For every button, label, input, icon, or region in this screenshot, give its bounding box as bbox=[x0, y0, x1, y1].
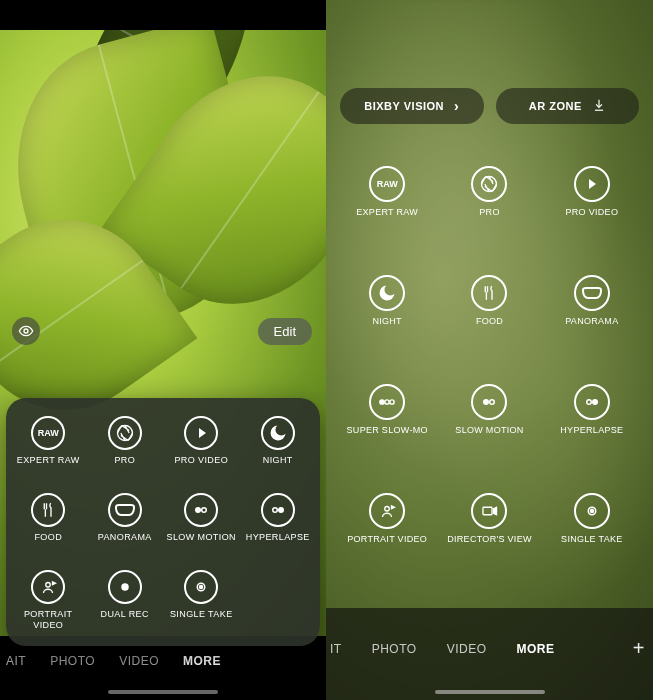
ar-zone-button[interactable]: AR ZONE bbox=[496, 88, 640, 124]
mode-night[interactable]: NIGHT bbox=[336, 269, 438, 348]
portraitvid-icon bbox=[369, 493, 405, 529]
svg-point-10 bbox=[200, 586, 203, 589]
moon-icon bbox=[369, 275, 405, 311]
svg-point-13 bbox=[385, 400, 389, 404]
mode-super-slow-mo[interactable]: SUPER SLOW-MO bbox=[336, 378, 438, 457]
mode-label: HYPERLAPSE bbox=[560, 425, 623, 445]
svg-point-16 bbox=[490, 400, 495, 405]
mode-label: PORTRAIT VIDEO bbox=[347, 534, 427, 554]
mode-expert-raw[interactable]: RAWEXPERT RAW bbox=[336, 160, 438, 239]
tab-more[interactable]: MORE bbox=[183, 654, 221, 668]
tab-portrait[interactable]: AIT bbox=[6, 654, 26, 668]
svg-point-4 bbox=[273, 508, 278, 513]
svg-marker-22 bbox=[494, 507, 497, 515]
home-indicator[interactable] bbox=[435, 690, 545, 694]
home-indicator[interactable] bbox=[108, 690, 218, 694]
tab-portrait[interactable]: IT bbox=[330, 642, 342, 656]
mode-label: NIGHT bbox=[372, 316, 402, 336]
mode-label: SLOW MOTION bbox=[455, 425, 523, 445]
mode-panorama[interactable]: PANORAMA bbox=[87, 487, 164, 564]
hyperlapse-icon bbox=[261, 493, 295, 527]
slowmo-icon bbox=[471, 384, 507, 420]
download-icon bbox=[592, 98, 606, 115]
add-mode-button[interactable]: + bbox=[633, 637, 645, 660]
panorama-icon bbox=[574, 275, 610, 311]
food-icon bbox=[471, 275, 507, 311]
mode-label: PRO bbox=[479, 207, 499, 227]
slowmo-icon bbox=[184, 493, 218, 527]
tab-video[interactable]: VIDEO bbox=[119, 654, 159, 668]
camera-screen-right: BIXBY VISION › AR ZONE RAWEXPERT RAWPROP… bbox=[326, 0, 653, 700]
mode-expert-raw[interactable]: RAWEXPERT RAW bbox=[10, 410, 87, 487]
mode-pro-video[interactable]: PRO VIDEO bbox=[541, 160, 643, 239]
RAW-icon: RAW bbox=[369, 166, 405, 202]
mode-label: SUPER SLOW-MO bbox=[347, 425, 428, 445]
tab-photo[interactable]: PHOTO bbox=[50, 654, 95, 668]
mode-director-s-view[interactable]: DIRECTOR'S VIEW bbox=[438, 487, 540, 566]
svg-point-14 bbox=[390, 400, 394, 404]
aperture-icon bbox=[471, 166, 507, 202]
mode-label: EXPERT RAW bbox=[17, 455, 80, 475]
mode-label: PANORAMA bbox=[565, 316, 618, 336]
svg-point-24 bbox=[590, 510, 593, 513]
visibility-toggle-button[interactable] bbox=[12, 317, 40, 345]
mode-portrait-video[interactable]: PORTRAIT VIDEO bbox=[336, 487, 438, 566]
mode-label: PRO VIDEO bbox=[174, 455, 228, 475]
hyperlapse-icon bbox=[574, 384, 610, 420]
ar-zone-label: AR ZONE bbox=[529, 100, 582, 112]
singletake-icon bbox=[184, 570, 218, 604]
mode-single-take[interactable]: SINGLE TAKE bbox=[541, 487, 643, 566]
mode-pro[interactable]: PRO bbox=[87, 410, 164, 487]
bixby-vision-label: BIXBY VISION bbox=[364, 100, 444, 112]
mode-pro[interactable]: PRO bbox=[438, 160, 540, 239]
mode-label: FOOD bbox=[34, 532, 62, 552]
svg-point-2 bbox=[196, 508, 201, 513]
mode-single-take[interactable]: SINGLE TAKE bbox=[163, 564, 240, 642]
svg-point-18 bbox=[593, 400, 598, 405]
mode-slow-motion[interactable]: SLOW MOTION bbox=[438, 378, 540, 457]
play-icon bbox=[184, 416, 218, 450]
camera-screen-left: Edit RAWEXPERT RAWPROPRO VIDEONIGHTFOODP… bbox=[0, 0, 326, 700]
mode-tab-bar: IT PHOTO VIDEO MORE + bbox=[326, 637, 653, 660]
mode-label: SLOW MOTION bbox=[167, 532, 236, 552]
svg-point-5 bbox=[279, 508, 284, 513]
mode-dual-rec[interactable]: DUAL REC bbox=[87, 564, 164, 642]
svg-point-15 bbox=[484, 400, 489, 405]
singletake-icon bbox=[574, 493, 610, 529]
portraitvid-icon bbox=[31, 570, 65, 604]
top-pill-row: BIXBY VISION › AR ZONE bbox=[340, 88, 639, 124]
svg-rect-21 bbox=[483, 507, 492, 515]
svg-marker-20 bbox=[392, 506, 395, 509]
mode-label: NIGHT bbox=[263, 455, 293, 475]
mode-food[interactable]: FOOD bbox=[10, 487, 87, 564]
svg-point-17 bbox=[587, 400, 592, 405]
mode-label: PRO bbox=[114, 455, 135, 475]
mode-pro-video[interactable]: PRO VIDEO bbox=[163, 410, 240, 487]
mode-label: PORTRAIT VIDEO bbox=[12, 609, 85, 630]
mode-label: SINGLE TAKE bbox=[170, 609, 233, 629]
edit-button[interactable]: Edit bbox=[258, 318, 312, 345]
bixby-vision-button[interactable]: BIXBY VISION › bbox=[340, 88, 484, 124]
mode-label: FOOD bbox=[476, 316, 503, 336]
mode-portrait-video[interactable]: PORTRAIT VIDEO bbox=[10, 564, 87, 642]
mode-food[interactable]: FOOD bbox=[438, 269, 540, 348]
tab-photo[interactable]: PHOTO bbox=[372, 642, 417, 656]
mode-hyperlapse[interactable]: HYPERLAPSE bbox=[541, 378, 643, 457]
chevron-right-icon: › bbox=[454, 98, 459, 114]
tab-more[interactable]: MORE bbox=[516, 642, 554, 656]
svg-point-12 bbox=[380, 400, 384, 404]
panorama-icon bbox=[108, 493, 142, 527]
more-modes-grid: RAWEXPERT RAWPROPRO VIDEONIGHTFOODPANORA… bbox=[336, 160, 643, 566]
mode-label: DIRECTOR'S VIEW bbox=[447, 534, 532, 554]
svg-point-0 bbox=[24, 329, 28, 333]
svg-point-3 bbox=[202, 508, 207, 513]
mode-panorama[interactable]: PANORAMA bbox=[541, 269, 643, 348]
mode-slow-motion[interactable]: SLOW MOTION bbox=[163, 487, 240, 564]
mode-label: PANORAMA bbox=[98, 532, 152, 552]
tab-video[interactable]: VIDEO bbox=[447, 642, 487, 656]
mode-night[interactable]: NIGHT bbox=[240, 410, 317, 487]
superslow-icon bbox=[369, 384, 405, 420]
mode-hyperlapse[interactable]: HYPERLAPSE bbox=[240, 487, 317, 564]
mode-label: PRO VIDEO bbox=[565, 207, 618, 227]
mode-label: SINGLE TAKE bbox=[561, 534, 623, 554]
